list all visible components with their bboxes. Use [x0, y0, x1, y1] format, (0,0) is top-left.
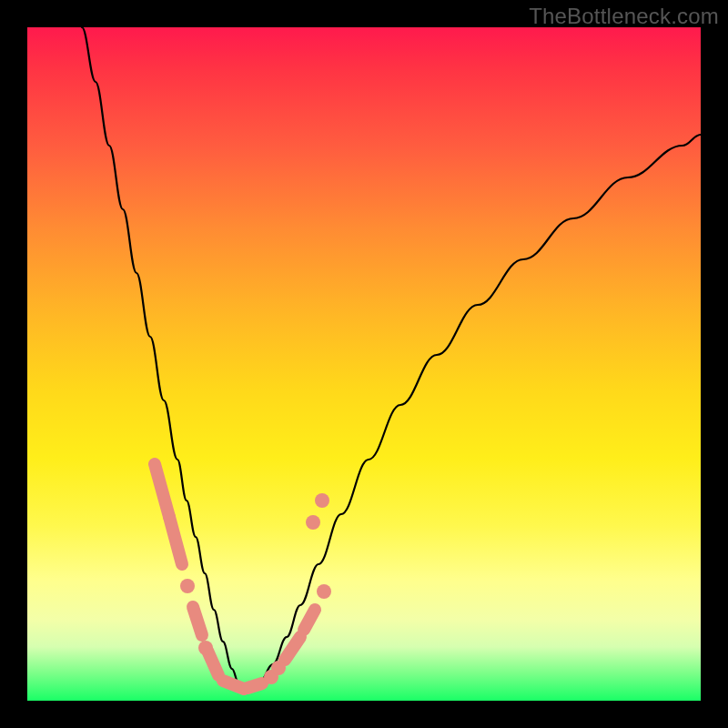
curve-marker-segment — [248, 683, 262, 688]
chart-svg — [27, 27, 701, 701]
curve-marker-segments — [155, 464, 315, 689]
watermark-text: TheBottleneck.com — [529, 4, 719, 29]
curve-marker-dot — [315, 493, 329, 508]
bottleneck-curve — [82, 27, 701, 690]
plot-area — [27, 27, 701, 701]
curve-marker-dot — [271, 661, 286, 675]
curve-marker-segment — [304, 610, 315, 630]
curve-marker-segment — [193, 607, 202, 635]
curve-marker-dot — [180, 579, 195, 593]
curve-marker-dot — [317, 584, 331, 599]
curve-marker-dot — [198, 641, 213, 655]
curve-marker-segment — [155, 464, 169, 517]
curve-marker-segment — [207, 651, 218, 675]
curve-marker-segment — [285, 637, 300, 660]
curve-marker-dot — [306, 515, 320, 530]
curve-marker-segment — [223, 681, 244, 689]
curve-marker-segment — [169, 517, 182, 564]
